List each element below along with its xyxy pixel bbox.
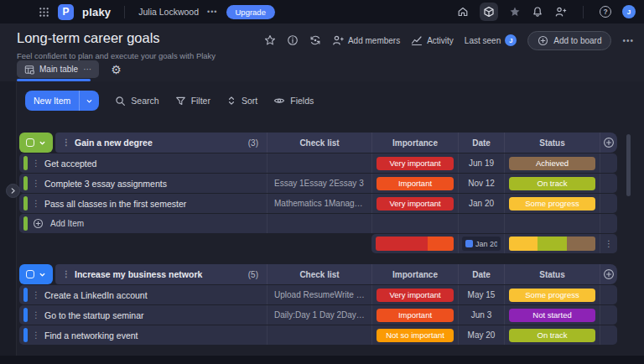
- checklist-cell[interactable]: [267, 153, 371, 173]
- checklist-cell[interactable]: [267, 325, 371, 345]
- importance-badge[interactable]: Important: [377, 177, 454, 190]
- importance-badge[interactable]: Very important: [377, 197, 454, 211]
- importance-summary-cell[interactable]: [371, 234, 458, 253]
- item-name-cell[interactable]: ⋮ Get accepted: [19, 153, 267, 173]
- search-button[interactable]: Search: [115, 96, 158, 107]
- status-cell[interactable]: Some progress: [504, 194, 600, 213]
- status-cell[interactable]: Achieved: [504, 153, 600, 173]
- importance-cell[interactable]: Not so important: [371, 325, 458, 345]
- group-name[interactable]: Increase my business network: [75, 269, 202, 279]
- date-summary-cell[interactable]: Jan 20 ...: [458, 234, 504, 253]
- group-title-cell[interactable]: ⋮ Increase my business network (5): [55, 264, 267, 284]
- invite-member-icon[interactable]: [554, 6, 567, 18]
- tab-main-table[interactable]: Main table ···: [17, 60, 99, 78]
- new-item-split-button[interactable]: New Item: [25, 91, 99, 111]
- importance-badge[interactable]: Not so important: [377, 329, 454, 342]
- add-column-button[interactable]: [600, 264, 617, 284]
- importance-badge[interactable]: Important: [377, 309, 454, 322]
- column-header-date[interactable]: Date: [458, 133, 504, 153]
- column-header-status[interactable]: Status: [504, 264, 600, 284]
- column-header-date[interactable]: Date: [458, 264, 504, 284]
- filter-button[interactable]: Filter: [175, 96, 210, 107]
- checklist-cell[interactable]: Upload ResumeWrite an intere...: [267, 285, 371, 304]
- new-item-dropdown[interactable]: [80, 97, 99, 105]
- group-collapse-pill[interactable]: [19, 264, 53, 284]
- date-cell[interactable]: Jun 19: [458, 153, 504, 173]
- add-item-button[interactable]: Add Item: [19, 214, 267, 233]
- checklist-cell[interactable]: Essay 1Essay 2Essay 3: [267, 174, 371, 193]
- add-to-board-button[interactable]: Add to board: [527, 31, 611, 50]
- chevron-down-icon[interactable]: [39, 139, 46, 147]
- table-row[interactable]: ⋮ Pass all classes in the first semester…: [19, 194, 617, 213]
- status-badge[interactable]: Achieved: [509, 157, 595, 170]
- importance-badge[interactable]: Very important: [377, 289, 454, 302]
- status-cell[interactable]: On track: [504, 325, 600, 345]
- column-header-importance[interactable]: Importance: [371, 133, 458, 153]
- board-settings-gear-icon[interactable]: ⚙: [111, 64, 122, 75]
- status-badge[interactable]: On track: [509, 329, 595, 342]
- drag-handle-icon[interactable]: ⋮: [32, 331, 40, 340]
- importance-cell[interactable]: Important: [371, 305, 458, 325]
- group-checkbox[interactable]: [26, 270, 34, 278]
- group-checkbox[interactable]: [26, 138, 34, 147]
- help-icon[interactable]: ?: [600, 6, 611, 18]
- group-collapse-pill[interactable]: [19, 133, 53, 153]
- status-badge[interactable]: On track: [509, 177, 595, 190]
- status-badge[interactable]: Some progress: [509, 197, 595, 211]
- table-row[interactable]: ⋮ Find a networking event Not so importa…: [19, 325, 617, 345]
- favorites-star-icon[interactable]: [509, 6, 521, 18]
- drag-handle-icon[interactable]: ⋮: [32, 159, 40, 168]
- boards-icon[interactable]: [480, 3, 498, 21]
- importance-cell[interactable]: Very important: [371, 194, 458, 213]
- status-badge[interactable]: Not started: [509, 309, 595, 322]
- sync-automation-icon[interactable]: [309, 34, 321, 46]
- home-icon[interactable]: [457, 6, 469, 18]
- date-cell[interactable]: Jan 20: [458, 194, 504, 213]
- item-name-cell[interactable]: ⋮ Complete 3 essay assignments: [19, 174, 267, 193]
- importance-cell[interactable]: Very important: [371, 153, 458, 173]
- summary-menu-icon[interactable]: ⋮: [600, 234, 617, 253]
- date-cell[interactable]: Nov 12: [458, 174, 504, 193]
- fields-button[interactable]: Fields: [273, 95, 314, 107]
- importance-cell[interactable]: Very important: [371, 285, 458, 304]
- logo-wordmark[interactable]: plaky: [82, 6, 111, 18]
- column-header-checklist[interactable]: Check list: [267, 264, 371, 284]
- importance-cell[interactable]: Important: [371, 174, 458, 193]
- chevron-down-icon[interactable]: [39, 271, 46, 278]
- upgrade-button[interactable]: Upgrade: [226, 5, 275, 19]
- add-column-button[interactable]: [600, 133, 617, 153]
- drag-handle-icon[interactable]: ⋮: [32, 179, 40, 188]
- drag-handle-icon[interactable]: ⋮: [62, 270, 70, 278]
- workspace-menu-icon[interactable]: •••: [207, 8, 217, 16]
- item-name-cell[interactable]: ⋮ Find a networking event: [19, 325, 267, 345]
- drag-handle-icon[interactable]: ⋮: [32, 291, 40, 299]
- drag-handle-icon[interactable]: ⋮: [62, 138, 70, 147]
- item-name-cell[interactable]: ⋮ Go to the startup seminar: [19, 305, 267, 325]
- date-cell[interactable]: May 20: [458, 325, 504, 345]
- user-avatar[interactable]: J: [622, 5, 636, 18]
- checklist-cell[interactable]: Daily:Day 1 Day 2Day 3Day 4D...: [267, 305, 371, 325]
- date-cell[interactable]: Jun 3: [458, 305, 504, 325]
- status-badge[interactable]: Some progress: [509, 289, 595, 302]
- apps-grid-icon[interactable]: [39, 7, 49, 18]
- tab-menu-icon[interactable]: ···: [83, 65, 91, 74]
- drag-handle-icon[interactable]: ⋮: [32, 311, 40, 320]
- last-seen[interactable]: Last seen J: [465, 34, 517, 46]
- status-cell[interactable]: Some progress: [504, 285, 600, 304]
- drag-handle-icon[interactable]: ⋮: [32, 200, 40, 208]
- table-row[interactable]: ⋮ Complete 3 essay assignments Essay 1Es…: [19, 174, 617, 193]
- workspace-name[interactable]: Julia Lockwood: [138, 7, 199, 17]
- table-row[interactable]: ⋮ Get accepted Very important Jun 19 Ach…: [19, 153, 617, 173]
- status-cell[interactable]: Not started: [504, 305, 600, 325]
- add-item-row[interactable]: Add Item: [19, 214, 617, 233]
- importance-badge[interactable]: Very important: [377, 157, 454, 170]
- item-name-cell[interactable]: ⋮ Create a LinkedIn account: [19, 285, 267, 304]
- activity-button[interactable]: Activity: [411, 34, 454, 46]
- status-summary-cell[interactable]: [504, 234, 600, 253]
- expand-sidebar-button[interactable]: [6, 184, 20, 198]
- notifications-bell-icon[interactable]: [532, 6, 543, 18]
- checklist-cell[interactable]: Mathematics 1Management 1...: [267, 194, 371, 213]
- vertical-scrollbar[interactable]: [626, 134, 631, 196]
- plaky-logo[interactable]: P: [58, 4, 74, 20]
- status-cell[interactable]: On track: [504, 174, 600, 193]
